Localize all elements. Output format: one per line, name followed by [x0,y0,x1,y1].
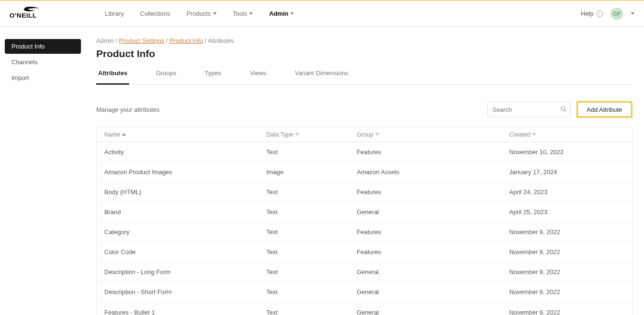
cell-type: Text [259,188,349,196]
cell-type: Text [259,228,349,236]
svg-point-1 [561,107,564,110]
crumb-product-settings[interactable]: Product Settings [119,37,164,44]
cell-name: Description - Long Form [97,268,259,276]
search-input[interactable] [487,102,571,117]
sidebar-item-channels[interactable]: Channels [5,55,81,69]
cell-created: April 25, 2023 [502,208,632,216]
topbar-right: Help i CP [581,8,634,20]
toolbar: Manage your attributes Add Attribute [96,101,633,118]
cell-name: Category [97,228,259,236]
main-nav: LibraryCollectionsProductsToolsAdmin [105,10,294,17]
cell-created: November 10, 2022 [502,148,632,156]
nav-tools[interactable]: Tools [233,10,253,17]
breadcrumb: Admin / Product Settings / Product Info … [96,37,633,44]
user-menu-chevron-icon[interactable] [631,12,634,15]
sort-asc-icon [122,133,126,136]
cell-type: Text [259,288,349,295]
table-row[interactable]: CategoryTextFeaturesNovember 9, 2022 [97,222,632,242]
col-name[interactable]: Name [97,131,259,138]
help-label: Help [581,10,594,17]
col-group[interactable]: Group [349,131,502,138]
cell-name: Activity [97,148,259,156]
tab-variant-dimensions[interactable]: Variant Dimensions [293,69,350,85]
tab-views[interactable]: Views [248,69,268,85]
cell-type: Text [259,148,349,156]
cell-type: Text [259,248,349,256]
cell-type: Text [259,268,349,276]
cell-group: Features [349,148,502,156]
cell-name: Brand [97,208,259,216]
nav-admin[interactable]: Admin [269,10,294,17]
chevron-down-icon [213,12,217,15]
page-title: Product Info [96,48,633,59]
cell-group: General [349,309,502,315]
table-row[interactable]: Amazon Product ImagesImageAmazon AssetsJ… [97,162,632,182]
cell-created: November 9, 2022 [502,309,632,315]
table-row[interactable]: BrandTextGeneralApril 25, 2023 [97,202,632,222]
add-attribute-highlight: Add Attribute [576,101,633,118]
cell-group: General [349,288,502,295]
toolbar-description: Manage your attributes [96,106,487,113]
avatar[interactable]: CP [611,8,623,20]
table-row[interactable]: Color CodeTextFeaturesNovember 9, 2022 [97,242,632,262]
table-row[interactable]: ActivityTextFeaturesNovember 10, 2022 [97,142,632,162]
sort-icon [375,133,379,136]
logo-wrap: O'NEILL [10,7,105,20]
tab-types[interactable]: Types [203,69,223,85]
cell-name: Body (HTML) [97,188,259,196]
cell-type: Text [259,309,349,315]
crumb-current: Attributes [208,37,234,44]
table-row[interactable]: Description - Short FormTextGeneralNovem… [97,282,632,302]
cell-group: General [349,208,502,216]
cell-created: November 9, 2022 [502,268,632,276]
attributes-table: Name Data Type Group Created ActivityTex… [96,127,633,315]
cell-name: Features - Bullet 1 [97,309,259,315]
sidebar: Product InfoChannelsImport [0,27,86,315]
chevron-down-icon [249,12,253,15]
nav-library[interactable]: Library [105,10,124,17]
sort-icon [532,133,536,136]
col-data-type[interactable]: Data Type [259,131,349,138]
help-link[interactable]: Help i [581,10,603,17]
cell-type: Image [259,168,349,176]
cell-name: Description - Short Form [97,288,259,295]
cell-type: Text [259,208,349,216]
search-box [487,102,571,117]
cell-name: Color Code [97,248,259,256]
cell-created: January 17, 2024 [502,168,632,176]
table-row[interactable]: Body (HTML)TextFeaturesApril 24, 2023 [97,182,632,202]
tab-attributes[interactable]: Attributes [96,69,129,85]
cell-created: November 9, 2022 [502,288,632,295]
top-bar: O'NEILL LibraryCollectionsProductsToolsA… [0,0,644,27]
table-row[interactable]: Features - Bullet 1TextGeneralNovember 9… [97,302,632,315]
chevron-down-icon [290,12,294,15]
tab-groups[interactable]: Groups [154,69,178,85]
search-icon [560,106,567,112]
cell-created: November 9, 2022 [502,228,632,236]
cell-group: Features [349,248,502,256]
add-attribute-button[interactable]: Add Attribute [578,102,631,117]
svg-text:O'NEILL: O'NEILL [10,12,37,19]
brand-logo[interactable]: O'NEILL [10,7,45,19]
cell-group: Features [349,188,502,196]
cell-group: Amazon Assets [349,168,502,176]
svg-line-2 [564,110,566,112]
info-icon: i [596,10,603,17]
cell-created: November 9, 2022 [502,248,632,256]
tabs: AttributesGroupsTypesViewsVariant Dimens… [96,69,633,85]
table-header: Name Data Type Group Created [97,127,632,142]
main-content: Admin / Product Settings / Product Info … [86,27,644,315]
nav-products[interactable]: Products [186,10,216,17]
sort-icon [295,133,299,136]
cell-created: April 24, 2023 [502,188,632,196]
sidebar-item-product-info[interactable]: Product Info [5,39,81,54]
cell-name: Amazon Product Images [97,168,259,176]
nav-collections[interactable]: Collections [140,10,171,17]
sidebar-item-import[interactable]: Import [5,70,81,85]
crumb-admin: Admin [96,37,114,44]
col-created[interactable]: Created [502,131,632,138]
cell-group: Features [349,228,502,236]
cell-group: General [349,268,502,276]
table-row[interactable]: Description - Long FormTextGeneralNovemb… [97,262,632,282]
crumb-product-info[interactable]: Product Info [170,37,203,44]
